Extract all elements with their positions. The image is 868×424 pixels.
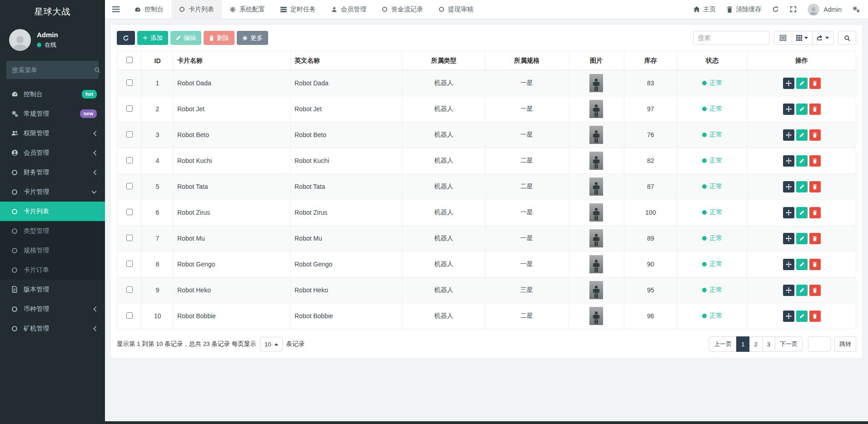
delete-row-button[interactable] (809, 311, 821, 322)
card-image[interactable] (589, 307, 603, 325)
delete-row-button[interactable] (809, 129, 821, 141)
toggle-view-button[interactable] (774, 31, 792, 45)
edit-row-button[interactable] (796, 207, 808, 218)
row-checkbox[interactable] (126, 157, 133, 163)
delete-row-button[interactable] (809, 233, 821, 244)
col-header-status[interactable]: 状态 (677, 51, 748, 70)
refresh-page-icon[interactable] (772, 6, 779, 13)
move-row-button[interactable] (783, 207, 794, 218)
edit-row-button[interactable] (796, 233, 808, 244)
edit-row-button[interactable] (796, 311, 808, 322)
sidebar-item-permissions[interactable]: 权限管理 (0, 123, 105, 143)
admin-menu[interactable]: Admin (808, 4, 842, 15)
menu-search-input[interactable] (12, 66, 94, 74)
move-row-button[interactable] (783, 233, 794, 244)
page-button-3[interactable]: 3 (762, 336, 775, 352)
page-button-1[interactable]: 1 (736, 336, 749, 352)
edit-row-button[interactable] (796, 78, 808, 89)
delete-row-button[interactable] (809, 259, 821, 270)
next-page-button[interactable]: 下一页 (775, 336, 803, 352)
col-header-spec[interactable]: 所属规格 (485, 51, 569, 70)
jump-button[interactable]: 跳转 (834, 336, 856, 352)
sidebar-item-members[interactable]: 会员管理 (0, 143, 105, 163)
delete-row-button[interactable] (809, 285, 821, 296)
delete-row-button[interactable] (809, 104, 821, 115)
row-checkbox[interactable] (126, 209, 133, 215)
tab-withdrawal-review[interactable]: 提现审核 (431, 0, 481, 19)
move-row-button[interactable] (783, 311, 794, 322)
sidebar-item-general[interactable]: 常规管理 new (0, 104, 105, 123)
row-checkbox[interactable] (126, 183, 133, 189)
move-row-button[interactable] (783, 129, 794, 141)
edit-button[interactable]: 编辑 (170, 31, 201, 45)
row-checkbox[interactable] (126, 131, 133, 138)
sidebar-item-miners[interactable]: 矿机管理 (0, 319, 105, 338)
delete-button[interactable]: 删除 (204, 31, 234, 45)
tab-fund-records[interactable]: 资金流记录 (374, 0, 431, 19)
search-toggle-button[interactable] (838, 31, 856, 45)
row-checkbox[interactable] (126, 79, 133, 86)
sidebar-item-cards[interactable]: 卡片管理 (0, 182, 105, 202)
columns-button[interactable] (792, 31, 813, 45)
table-search-input[interactable] (693, 31, 769, 45)
jump-page-input[interactable] (808, 336, 831, 352)
row-checkbox[interactable] (126, 105, 133, 112)
delete-row-button[interactable] (809, 207, 821, 218)
sidebar-item-card-orders[interactable]: 卡片订单 (0, 260, 105, 280)
card-image[interactable] (589, 74, 603, 92)
tab-card-list[interactable]: 卡片列表 (171, 0, 222, 19)
sidebar-item-versions[interactable]: 版本管理 (0, 280, 105, 299)
prev-page-button[interactable]: 上一页 (709, 336, 737, 352)
col-header-en-name[interactable]: 英文名称 (291, 51, 403, 70)
sidebar-item-finance[interactable]: 财务管理 (0, 163, 105, 182)
edit-row-button[interactable] (796, 285, 808, 296)
avatar[interactable] (9, 29, 31, 51)
col-header-type[interactable]: 所属类型 (403, 51, 485, 70)
sidebar-item-currencies[interactable]: 币种管理 (0, 299, 105, 319)
delete-row-button[interactable] (809, 78, 821, 89)
delete-row-button[interactable] (809, 155, 821, 167)
sidebar-item-spec-mgmt[interactable]: 规格管理 (0, 241, 105, 260)
edit-row-button[interactable] (796, 104, 808, 115)
card-image[interactable] (589, 100, 603, 118)
move-row-button[interactable] (783, 259, 794, 270)
edit-row-button[interactable] (796, 129, 808, 141)
row-checkbox[interactable] (126, 286, 133, 293)
move-row-button[interactable] (783, 285, 794, 296)
card-image[interactable] (589, 203, 603, 222)
delete-row-button[interactable] (809, 181, 821, 192)
fullscreen-icon[interactable] (790, 6, 797, 13)
move-row-button[interactable] (783, 181, 794, 192)
sidebar-item-console[interactable]: 控制台 hot (0, 84, 105, 104)
hamburger-icon[interactable] (105, 0, 127, 19)
move-row-button[interactable] (783, 104, 794, 115)
col-header-image[interactable]: 图片 (569, 51, 624, 70)
card-image[interactable] (589, 126, 603, 144)
home-link[interactable]: 主页 (693, 5, 716, 14)
clear-cache-link[interactable]: 清除缓存 (727, 5, 761, 14)
tab-members[interactable]: 会员管理 (324, 0, 374, 19)
refresh-button[interactable] (117, 31, 135, 45)
col-header-name[interactable]: 卡片名称 (174, 51, 291, 70)
move-row-button[interactable] (783, 155, 794, 167)
cogs-icon[interactable] (853, 6, 860, 13)
select-all-checkbox[interactable] (126, 57, 133, 63)
more-button[interactable]: 更多 (237, 31, 268, 45)
tab-console[interactable]: 控制台 (127, 0, 171, 19)
export-button[interactable] (812, 31, 833, 45)
page-size-dropdown[interactable]: 10 (260, 337, 283, 351)
col-header-actions[interactable]: 操作 (748, 51, 856, 70)
edit-row-button[interactable] (796, 181, 808, 192)
row-checkbox[interactable] (126, 235, 133, 241)
add-button[interactable]: 添加 (137, 31, 168, 45)
page-button-2[interactable]: 2 (749, 336, 763, 352)
sidebar-item-card-list[interactable]: 卡片列表 (0, 202, 105, 221)
col-header-id[interactable]: ID (142, 51, 174, 70)
tab-scheduled-tasks[interactable]: 定时任务 (273, 0, 324, 19)
sidebar-item-type-mgmt[interactable]: 类型管理 (0, 221, 105, 241)
card-image[interactable] (589, 177, 603, 196)
search-icon[interactable] (94, 67, 100, 73)
edit-row-button[interactable] (796, 155, 808, 167)
move-row-button[interactable] (783, 78, 794, 89)
card-image[interactable] (589, 255, 603, 273)
